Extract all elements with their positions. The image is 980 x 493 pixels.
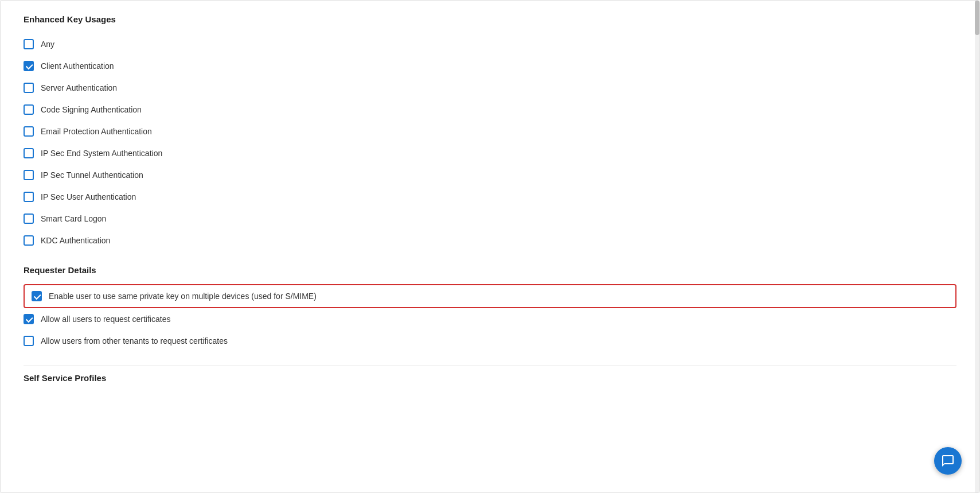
self-service-profiles-title: Self Service Profiles xyxy=(24,366,956,383)
checkbox-ipsec-end-system-label: IP Sec End System Authentication xyxy=(41,149,162,158)
checkbox-kdc-auth[interactable] xyxy=(24,235,34,246)
checkbox-allow-other-tenants-label: Allow users from other tenants to reques… xyxy=(41,336,228,346)
checkbox-item-code-signing[interactable]: Code Signing Authentication xyxy=(24,99,956,121)
checkbox-item-allow-other-tenants[interactable]: Allow users from other tenants to reques… xyxy=(24,330,956,352)
enhanced-key-usages-list: Any Client Authentication Server Authent… xyxy=(24,33,956,251)
checkbox-any-label: Any xyxy=(41,40,54,49)
checkbox-email-protection-label: Email Protection Authentication xyxy=(41,127,152,136)
checkbox-client-auth-label: Client Authentication xyxy=(41,61,114,71)
checkbox-item-server-auth[interactable]: Server Authentication xyxy=(24,77,956,99)
checkbox-item-smart-card[interactable]: Smart Card Logon xyxy=(24,208,956,230)
checkbox-allow-other-tenants[interactable] xyxy=(24,336,34,346)
checkbox-ipsec-user-label: IP Sec User Authentication xyxy=(41,192,136,201)
checkbox-kdc-auth-label: KDC Authentication xyxy=(41,236,110,245)
checkbox-item-client-auth[interactable]: Client Authentication xyxy=(24,55,956,77)
scrollbar-track[interactable] xyxy=(975,1,979,492)
checkbox-item-same-private-key[interactable]: Enable user to use same private key on m… xyxy=(24,284,956,308)
checkbox-ipsec-end-system[interactable] xyxy=(24,148,34,158)
checkbox-same-private-key-label: Enable user to use same private key on m… xyxy=(49,292,317,301)
checkbox-same-private-key[interactable] xyxy=(32,291,42,301)
checkbox-item-allow-all-users[interactable]: Allow all users to request certificates xyxy=(24,308,956,330)
chat-icon xyxy=(941,454,955,468)
checkbox-item-any[interactable]: Any xyxy=(24,33,956,55)
enhanced-key-usages-title: Enhanced Key Usages xyxy=(24,14,956,24)
checkbox-server-auth[interactable] xyxy=(24,83,34,93)
main-content: Enhanced Key Usages Any Client Authentic… xyxy=(0,0,980,493)
checkbox-email-protection[interactable] xyxy=(24,126,34,137)
checkbox-item-ipsec-user[interactable]: IP Sec User Authentication xyxy=(24,186,956,208)
checkbox-allow-all-users-label: Allow all users to request certificates xyxy=(41,315,170,324)
checkbox-code-signing-label: Code Signing Authentication xyxy=(41,105,142,114)
checkbox-ipsec-tunnel[interactable] xyxy=(24,170,34,180)
checkbox-ipsec-user[interactable] xyxy=(24,192,34,202)
checkbox-smart-card-label: Smart Card Logon xyxy=(41,214,106,223)
requester-details-section: Requester Details Enable user to use sam… xyxy=(24,265,956,352)
checkbox-server-auth-label: Server Authentication xyxy=(41,83,117,92)
enhanced-key-usages-section: Enhanced Key Usages Any Client Authentic… xyxy=(24,14,956,251)
requester-details-title: Requester Details xyxy=(24,265,956,275)
checkbox-smart-card[interactable] xyxy=(24,213,34,224)
checkbox-code-signing[interactable] xyxy=(24,104,34,115)
scrollbar-thumb[interactable] xyxy=(975,1,979,35)
checkbox-item-ipsec-end-system[interactable]: IP Sec End System Authentication xyxy=(24,142,956,164)
checkbox-client-auth[interactable] xyxy=(24,61,34,71)
checkbox-item-kdc-auth[interactable]: KDC Authentication xyxy=(24,230,956,251)
checkbox-allow-all-users[interactable] xyxy=(24,314,34,324)
self-service-profiles-section: Self Service Profiles xyxy=(24,366,956,383)
checkbox-item-email-protection[interactable]: Email Protection Authentication xyxy=(24,121,956,142)
checkbox-item-ipsec-tunnel[interactable]: IP Sec Tunnel Authentication xyxy=(24,164,956,186)
checkbox-any[interactable] xyxy=(24,39,34,49)
checkbox-ipsec-tunnel-label: IP Sec Tunnel Authentication xyxy=(41,170,143,180)
chat-button[interactable] xyxy=(934,447,962,475)
